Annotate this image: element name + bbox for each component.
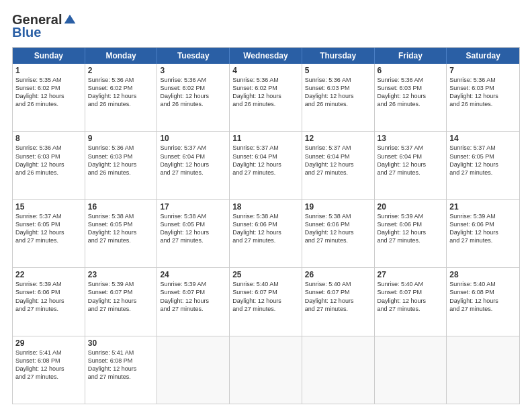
day-info: Sunrise: 5:37 AM Sunset: 6:04 PM Dayligh… [305,144,371,177]
day-info: Sunrise: 5:38 AM Sunset: 6:06 PM Dayligh… [232,212,299,245]
day-number: 13 [378,134,444,143]
day-info: Sunrise: 5:37 AM Sunset: 6:05 PM Dayligh… [15,212,82,245]
day-number: 20 [378,202,444,212]
cal-cell: 7Sunrise: 5:36 AM Sunset: 6:03 PM Daylig… [447,64,519,131]
cal-cell: 4Sunrise: 5:36 AM Sunset: 6:02 PM Daylig… [230,64,302,131]
day-number: 7 [449,66,517,75]
day-number: 27 [378,270,444,279]
cal-cell: 17Sunrise: 5:38 AM Sunset: 6:05 PM Dayli… [157,200,230,267]
cal-cell: 15Sunrise: 5:37 AM Sunset: 6:05 PM Dayli… [13,200,85,267]
day-info: Sunrise: 5:37 AM Sunset: 6:04 PM Dayligh… [160,144,226,177]
day-number: 26 [305,270,371,279]
day-number: 16 [88,202,154,212]
day-number: 12 [305,134,371,143]
day-info: Sunrise: 5:38 AM Sunset: 6:06 PM Dayligh… [305,212,371,245]
cal-cell: 20Sunrise: 5:39 AM Sunset: 6:06 PM Dayli… [375,200,447,267]
day-number: 10 [160,134,226,143]
day-info: Sunrise: 5:40 AM Sunset: 6:07 PM Dayligh… [232,280,299,313]
cal-header-monday: Monday [85,48,158,64]
day-info: Sunrise: 5:41 AM Sunset: 6:08 PM Dayligh… [15,349,82,381]
day-info: Sunrise: 5:38 AM Sunset: 6:05 PM Dayligh… [160,212,226,245]
cal-cell [302,336,375,404]
cal-cell: 29Sunrise: 5:41 AM Sunset: 6:08 PM Dayli… [13,336,85,404]
day-info: Sunrise: 5:36 AM Sunset: 6:02 PM Dayligh… [160,76,226,109]
calendar-week-4: 22Sunrise: 5:39 AM Sunset: 6:06 PM Dayli… [13,268,519,336]
calendar-week-3: 15Sunrise: 5:37 AM Sunset: 6:05 PM Dayli… [13,200,519,268]
cal-cell: 22Sunrise: 5:39 AM Sunset: 6:06 PM Dayli… [13,268,85,335]
cal-header-friday: Friday [375,48,447,64]
cal-cell: 30Sunrise: 5:41 AM Sunset: 6:08 PM Dayli… [85,336,158,404]
day-info: Sunrise: 5:39 AM Sunset: 6:06 PM Dayligh… [449,212,517,245]
day-info: Sunrise: 5:41 AM Sunset: 6:08 PM Dayligh… [88,349,154,381]
day-info: Sunrise: 5:40 AM Sunset: 6:07 PM Dayligh… [305,280,371,313]
cal-header-sunday: Sunday [13,48,85,64]
cal-cell: 12Sunrise: 5:37 AM Sunset: 6:04 PM Dayli… [302,132,375,199]
day-info: Sunrise: 5:36 AM Sunset: 6:02 PM Dayligh… [88,76,154,109]
calendar: SundayMondayTuesdayWednesdayThursdayFrid… [12,47,520,404]
cal-cell: 6Sunrise: 5:36 AM Sunset: 6:03 PM Daylig… [375,64,447,131]
cal-cell: 13Sunrise: 5:37 AM Sunset: 6:04 PM Dayli… [375,132,447,199]
cal-cell: 3Sunrise: 5:36 AM Sunset: 6:02 PM Daylig… [157,64,230,131]
day-number: 28 [449,270,517,279]
day-number: 11 [232,134,299,143]
day-info: Sunrise: 5:39 AM Sunset: 6:06 PM Dayligh… [15,280,82,313]
day-info: Sunrise: 5:40 AM Sunset: 6:08 PM Dayligh… [449,280,517,313]
day-info: Sunrise: 5:37 AM Sunset: 6:04 PM Dayligh… [232,144,299,177]
cal-cell: 11Sunrise: 5:37 AM Sunset: 6:04 PM Dayli… [230,132,302,199]
logo-icon [63,13,77,27]
day-info: Sunrise: 5:36 AM Sunset: 6:03 PM Dayligh… [305,76,371,109]
cal-cell: 8Sunrise: 5:36 AM Sunset: 6:03 PM Daylig… [13,132,85,199]
cal-cell: 23Sunrise: 5:39 AM Sunset: 6:07 PM Dayli… [85,268,158,335]
logo: General Blue [12,12,77,40]
cal-cell: 1Sunrise: 5:35 AM Sunset: 6:02 PM Daylig… [13,64,85,131]
day-number: 24 [160,270,226,279]
header: General Blue [12,12,520,40]
day-number: 29 [15,338,82,348]
day-number: 17 [160,202,226,212]
day-number: 8 [15,134,82,143]
cal-cell: 14Sunrise: 5:37 AM Sunset: 6:05 PM Dayli… [447,132,519,199]
day-number: 21 [449,202,517,212]
calendar-week-2: 8Sunrise: 5:36 AM Sunset: 6:03 PM Daylig… [13,132,519,199]
day-info: Sunrise: 5:40 AM Sunset: 6:07 PM Dayligh… [378,280,444,313]
day-info: Sunrise: 5:36 AM Sunset: 6:03 PM Dayligh… [15,144,82,177]
cal-cell: 27Sunrise: 5:40 AM Sunset: 6:07 PM Dayli… [375,268,447,335]
day-number: 9 [88,134,154,143]
day-number: 3 [160,66,226,75]
page: General Blue SundayMondayTuesdayWednesda… [0,0,532,411]
day-info: Sunrise: 5:38 AM Sunset: 6:05 PM Dayligh… [88,212,154,245]
day-info: Sunrise: 5:37 AM Sunset: 6:05 PM Dayligh… [449,144,517,177]
day-number: 14 [449,134,517,143]
cal-cell: 18Sunrise: 5:38 AM Sunset: 6:06 PM Dayli… [230,200,302,267]
cal-cell: 25Sunrise: 5:40 AM Sunset: 6:07 PM Dayli… [230,268,302,335]
day-number: 6 [378,66,444,75]
day-info: Sunrise: 5:36 AM Sunset: 6:03 PM Dayligh… [449,76,517,109]
day-info: Sunrise: 5:39 AM Sunset: 6:07 PM Dayligh… [88,280,154,313]
day-info: Sunrise: 5:36 AM Sunset: 6:02 PM Dayligh… [232,76,299,109]
cal-cell: 26Sunrise: 5:40 AM Sunset: 6:07 PM Dayli… [302,268,375,335]
cal-cell: 10Sunrise: 5:37 AM Sunset: 6:04 PM Dayli… [157,132,230,199]
day-number: 18 [232,202,299,212]
day-info: Sunrise: 5:36 AM Sunset: 6:03 PM Dayligh… [88,144,154,177]
cal-cell: 5Sunrise: 5:36 AM Sunset: 6:03 PM Daylig… [302,64,375,131]
svg-marker-0 [64,14,76,23]
cal-cell: 2Sunrise: 5:36 AM Sunset: 6:02 PM Daylig… [85,64,158,131]
day-number: 1 [15,66,82,75]
day-number: 30 [88,338,154,348]
calendar-header: SundayMondayTuesdayWednesdayThursdayFrid… [13,48,519,64]
cal-cell: 19Sunrise: 5:38 AM Sunset: 6:06 PM Dayli… [302,200,375,267]
day-number: 23 [88,270,154,279]
day-info: Sunrise: 5:36 AM Sunset: 6:03 PM Dayligh… [378,76,444,109]
cal-cell: 16Sunrise: 5:38 AM Sunset: 6:05 PM Dayli… [85,200,158,267]
day-number: 22 [15,270,82,279]
cal-header-tuesday: Tuesday [157,48,230,64]
day-number: 19 [305,202,371,212]
day-number: 4 [232,66,299,75]
calendar-week-5: 29Sunrise: 5:41 AM Sunset: 6:08 PM Dayli… [13,336,519,404]
cal-cell [375,336,447,404]
cal-cell: 21Sunrise: 5:39 AM Sunset: 6:06 PM Dayli… [447,200,519,267]
calendar-week-1: 1Sunrise: 5:35 AM Sunset: 6:02 PM Daylig… [13,64,519,132]
calendar-body: 1Sunrise: 5:35 AM Sunset: 6:02 PM Daylig… [13,64,519,404]
day-number: 15 [15,202,82,212]
cal-cell: 9Sunrise: 5:36 AM Sunset: 6:03 PM Daylig… [85,132,158,199]
